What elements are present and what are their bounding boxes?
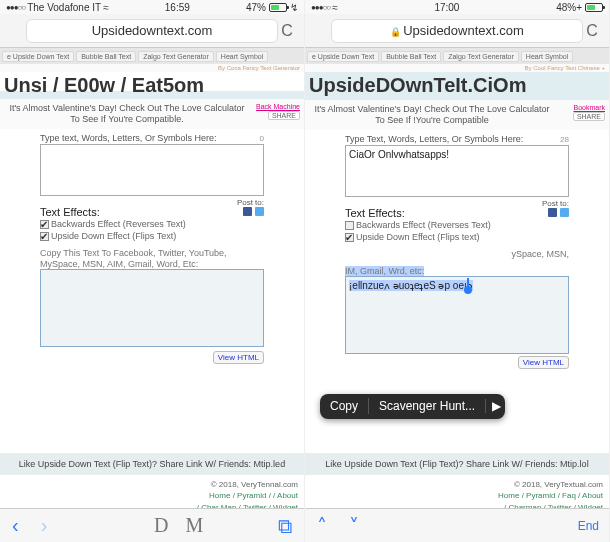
main-content: Type Text, Words, Letters, Or Symbols He… xyxy=(305,130,609,448)
url-text: Upsidedowntext.com xyxy=(403,23,524,38)
credit-line: By Cool Fancy Text Chinese + xyxy=(305,64,609,72)
reload-button[interactable]: C xyxy=(276,20,298,42)
site-tab[interactable]: Bubble Ball Text xyxy=(76,51,136,62)
clock: 17:00 xyxy=(434,2,459,13)
site-tab[interactable]: e Upside Down Text xyxy=(2,51,74,62)
page-title: Unsi / E00w / Eat5om xyxy=(0,72,304,99)
back-button[interactable]: ‹ xyxy=(12,514,19,537)
input-label: Type text, Words, Letters, Or Symbols He… xyxy=(40,133,216,143)
lookup-menu-item[interactable]: Scavenger Hunt... xyxy=(369,399,485,413)
site-tabs: e Upside Down Text Bubble Ball Text Zalg… xyxy=(305,48,609,64)
next-field-button[interactable]: ˅ xyxy=(349,514,359,538)
footer-copyright: © 2018, VeryTennal.com xyxy=(6,479,298,490)
output-label: Copy This Text To Facebook, Twitter, You… xyxy=(40,248,264,270)
browser-nav-bar: Upsidedowntext.com C xyxy=(305,14,609,48)
wifi-icon: ≈ xyxy=(332,2,338,13)
credit-line: By Coca Fancy Text Generator xyxy=(0,64,304,72)
view-html-button[interactable]: View HTML xyxy=(213,351,264,364)
effect-backwards-row[interactable]: Backwards Effect (Reverses Text) xyxy=(345,219,491,231)
promo-row: It's Almost Valentine's Day! Check Out T… xyxy=(0,99,304,129)
output-label: ySpace, MSN, xyxy=(345,249,569,260)
signal-icon: ●●●○○ xyxy=(6,3,25,12)
battery-pct: 47% xyxy=(246,2,266,13)
facebook-icon[interactable] xyxy=(548,208,557,217)
effect-backwards-row[interactable]: Backwards Effect (Reverses Text) xyxy=(40,218,186,230)
signal-icon: ●●●○○ xyxy=(311,3,330,12)
charging-icon: ↯ xyxy=(290,2,298,13)
facebook-icon[interactable] xyxy=(243,207,252,216)
checkbox-icon[interactable] xyxy=(40,232,49,241)
input-label: Type Text, Words, Letters, Or Symbols He… xyxy=(345,134,523,144)
share-badge[interactable]: SHARE xyxy=(268,111,300,120)
clock: 16:59 xyxy=(165,2,190,13)
phone-left: ●●●○○ The Vodafone IT ≈ 16:59 47% ↯ Upsi… xyxy=(0,0,305,542)
output-textarea[interactable]: ¡ellnzueʌ əuoʇeʇeS əp oeıɔ xyxy=(345,276,569,354)
output-selected-text: ¡ellnzueʌ əuoʇeʇeS əp oeıɔ xyxy=(349,280,473,291)
share-badge[interactable]: SHARE xyxy=(573,112,605,121)
char-counter: 28 xyxy=(560,135,569,144)
selection-handle-icon[interactable] xyxy=(467,278,469,288)
share-section: Like Upside Down Text (Flip Text)? Share… xyxy=(305,453,609,475)
post-to-label: Post to: xyxy=(542,199,569,208)
share-section: Like Upside Down Text (Flip Text)? Share… xyxy=(0,453,304,475)
site-tab[interactable]: Heart Symbol xyxy=(216,51,268,62)
post-to-label: Post to: xyxy=(237,198,264,207)
prev-field-button[interactable]: ˄ xyxy=(317,514,327,538)
promo-row: It's Almost Valentine's Day! Check Out T… xyxy=(305,100,609,130)
site-tab[interactable]: Zalgo Text Generator xyxy=(138,51,214,62)
browser-toolbar: ‹ › D M ⧉ xyxy=(0,508,304,542)
done-button[interactable]: End xyxy=(578,519,599,533)
url-text: Upsidedowntext.com xyxy=(92,23,213,38)
checkbox-icon[interactable] xyxy=(40,220,49,229)
input-textarea[interactable] xyxy=(345,145,569,197)
wifi-icon: ≈ xyxy=(103,2,109,13)
effects-heading: Text Effects: xyxy=(345,207,491,219)
battery-icon xyxy=(585,3,603,12)
char-counter: 0 xyxy=(260,134,264,143)
reload-button[interactable]: C xyxy=(581,20,603,42)
checkbox-icon[interactable] xyxy=(345,221,354,230)
lock-icon xyxy=(390,23,403,38)
view-html-button[interactable]: View HTML xyxy=(518,356,569,369)
effect-upside-row[interactable]: Upside Down Effect (Flips Text) xyxy=(40,230,186,242)
carrier-label: The Vodafone IT xyxy=(27,2,101,13)
toolbar-center-icon[interactable]: D M xyxy=(59,514,304,537)
site-tab[interactable]: Heart Symbol xyxy=(521,51,573,62)
twitter-icon[interactable] xyxy=(560,208,569,217)
bookmark-link[interactable]: Bookmark xyxy=(555,104,605,111)
keyboard-accessory-bar: ˄ ˅ End xyxy=(305,508,609,542)
status-bar: ●●●○○ ≈ 17:00 48%+ xyxy=(305,0,609,14)
input-textarea[interactable] xyxy=(40,144,264,196)
site-tab[interactable]: e Upside Down Text xyxy=(307,51,379,62)
site-tab[interactable]: Zalgo Text Generator xyxy=(443,51,519,62)
output-textarea[interactable] xyxy=(40,269,264,347)
site-tab[interactable]: Bubble Ball Text xyxy=(381,51,441,62)
bookmark-link[interactable]: Back Machine xyxy=(250,103,300,110)
main-content: Type text, Words, Letters, Or Symbols He… xyxy=(0,129,304,448)
promo-text: It's Almost Valentine's Day! Check Out T… xyxy=(4,103,250,125)
browser-nav-bar: Upsidedowntext.com C xyxy=(0,14,304,48)
effect-upside-row[interactable]: Upside Down Effect (Flips text) xyxy=(345,231,491,243)
checkbox-icon[interactable] xyxy=(345,233,354,242)
effects-heading: Text Effects: xyxy=(40,206,186,218)
menu-more-icon[interactable]: ▶ xyxy=(485,399,505,413)
url-field[interactable]: Upsidedowntext.com xyxy=(331,19,583,43)
site-tabs: e Upside Down Text Bubble Ball Text Zalg… xyxy=(0,48,304,64)
text-selection-menu: Copy Scavenger Hunt... ▶ xyxy=(320,394,505,419)
battery-pct: 48%+ xyxy=(556,2,582,13)
copy-menu-item[interactable]: Copy xyxy=(320,399,368,413)
url-field[interactable]: Upsidedowntext.com xyxy=(26,19,278,43)
output-label-line2: IM, Gmail, Wrd, etc: xyxy=(345,266,569,277)
footer-copyright: © 2018, VeryTextual.com xyxy=(311,479,603,490)
twitter-icon[interactable] xyxy=(255,207,264,216)
promo-text: It's Almost Valentine's Day! Check Out T… xyxy=(309,104,555,126)
page-title: UpsideDOwnTeIt.CiOm xyxy=(305,72,609,100)
status-bar: ●●●○○ The Vodafone IT ≈ 16:59 47% ↯ xyxy=(0,0,304,14)
phone-right: ●●●○○ ≈ 17:00 48%+ Upsidedowntext.com C … xyxy=(305,0,610,542)
battery-icon xyxy=(269,3,287,12)
tabs-button[interactable]: ⧉ xyxy=(278,515,292,537)
forward-button[interactable]: › xyxy=(41,514,48,537)
